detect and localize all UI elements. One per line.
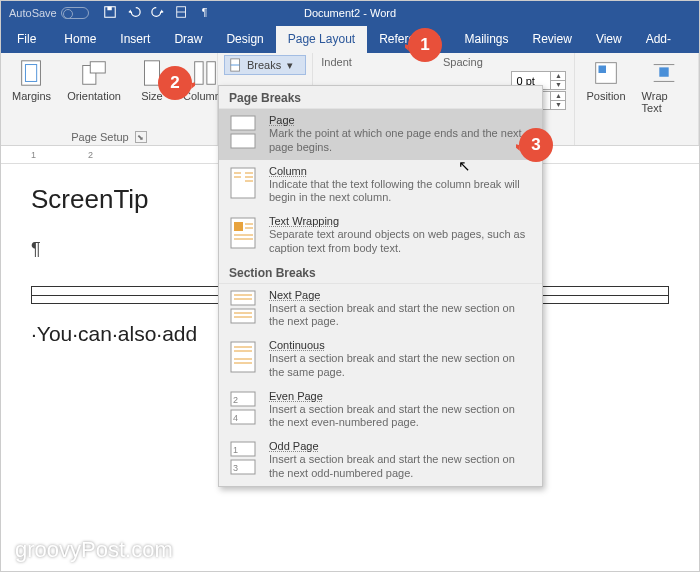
- tab-file[interactable]: File: [1, 26, 52, 53]
- redo-icon[interactable]: [151, 5, 165, 21]
- save-icon[interactable]: [103, 5, 117, 21]
- callout-3: 3: [516, 125, 556, 165]
- svg-rect-8: [90, 62, 105, 73]
- tab-addins[interactable]: Add-: [634, 26, 683, 53]
- paragraph-qat-icon[interactable]: ¶: [199, 5, 213, 21]
- page-breaks-header: Page Breaks: [219, 86, 542, 109]
- break-next-page[interactable]: Next PageInsert a section break and star…: [219, 284, 542, 335]
- svg-rect-28: [234, 222, 243, 231]
- breaks-dropdown: Page Breaks PageMark the point at which …: [218, 85, 543, 487]
- title-bar: AutoSave ¶ Document2 - Word: [1, 1, 699, 24]
- page-setup-label: Page Setup: [71, 131, 129, 143]
- break-odd-page[interactable]: 13 Odd PageInsert a section break and st…: [219, 435, 542, 486]
- break-continuous[interactable]: ContinuousInsert a section break and sta…: [219, 334, 542, 385]
- quick-access-toolbar: ¶: [103, 5, 213, 21]
- position-button[interactable]: Position: [581, 55, 630, 145]
- undo-icon[interactable]: [127, 5, 141, 21]
- callout-2: 2: [155, 63, 195, 103]
- orientation-button[interactable]: Orientation: [62, 55, 126, 129]
- break-page[interactable]: PageMark the point at which one page end…: [219, 109, 542, 160]
- ribbon-tabs: File Home Insert Draw Design Page Layout…: [1, 24, 699, 53]
- breaks-button[interactable]: Breaks▾: [224, 55, 306, 75]
- tab-review[interactable]: Review: [521, 26, 584, 53]
- svg-text:3: 3: [233, 463, 238, 473]
- document-title: Document2 - Word: [304, 7, 396, 19]
- svg-rect-19: [231, 116, 255, 130]
- section-breaks-header: Section Breaks: [219, 261, 542, 284]
- callout-1: 1: [405, 25, 445, 65]
- tab-view[interactable]: View: [584, 26, 634, 53]
- svg-rect-10: [194, 62, 202, 85]
- svg-rect-33: [231, 291, 255, 305]
- break-even-page[interactable]: 24 Even PageInsert a section break and s…: [219, 385, 542, 436]
- svg-rect-16: [660, 67, 669, 76]
- tab-page-layout[interactable]: Page Layout: [276, 26, 367, 53]
- break-column[interactable]: ColumnIndicate that the text following t…: [219, 160, 542, 211]
- indent-label: Indent: [321, 56, 352, 68]
- page-setup-dialog-icon[interactable]: ⬊: [135, 131, 147, 143]
- watermark: groovyPost.com: [15, 537, 173, 563]
- wrap-text-button[interactable]: Wrap Text: [637, 55, 692, 145]
- svg-rect-11: [207, 62, 215, 85]
- svg-rect-1: [107, 6, 111, 10]
- breaks-qat-icon[interactable]: [175, 5, 189, 21]
- break-text-wrapping[interactable]: Text WrappingSeparate text around object…: [219, 210, 542, 261]
- svg-text:¶: ¶: [201, 5, 207, 17]
- tab-home[interactable]: Home: [52, 26, 108, 53]
- spacing-label: Spacing: [443, 56, 483, 68]
- chevron-down-icon: ▾: [287, 59, 293, 72]
- tab-draw[interactable]: Draw: [162, 26, 214, 53]
- margins-button[interactable]: Margins: [7, 55, 56, 129]
- svg-rect-20: [231, 134, 255, 148]
- svg-rect-36: [231, 309, 255, 323]
- svg-text:1: 1: [233, 445, 238, 455]
- autosave-toggle[interactable]: AutoSave: [9, 7, 89, 19]
- svg-text:4: 4: [233, 413, 238, 423]
- svg-rect-15: [599, 66, 607, 74]
- tab-design[interactable]: Design: [214, 26, 275, 53]
- svg-text:2: 2: [233, 395, 238, 405]
- tab-mailings[interactable]: Mailings: [453, 26, 521, 53]
- tab-insert[interactable]: Insert: [108, 26, 162, 53]
